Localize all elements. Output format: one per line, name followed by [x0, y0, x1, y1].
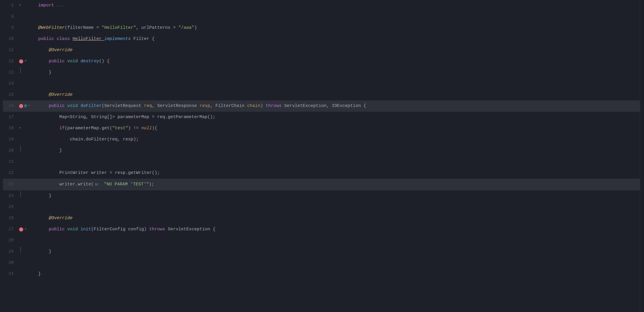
fold-icon[interactable] [19, 246, 22, 257]
token: , [210, 100, 215, 112]
line-icons-1 [19, 0, 37, 11]
gutter-1: 1 [3, 0, 38, 11]
line-icons-17 [19, 112, 37, 123]
code-content-15: @Override [38, 89, 640, 100]
token: void [67, 224, 80, 235]
line-number-14: 14 [3, 78, 19, 89]
gutter-31: 31 [3, 269, 38, 280]
token: ){ [152, 123, 157, 134]
token: (FilterConfig config) [91, 224, 149, 235]
token: throws [266, 100, 284, 112]
gutter-12: 12 [3, 56, 38, 67]
code-line-14: 14 [3, 78, 640, 89]
token [38, 224, 49, 235]
line-number-9: 9 [3, 22, 19, 33]
line-icons-21 [19, 156, 37, 167]
gutter-20: 20 [3, 145, 38, 156]
line-icons-10 [19, 33, 37, 45]
code-line-20: 20 } [3, 145, 640, 156]
code-content-23: writer.write(s: "NO PARAM 'TEST'"); [38, 179, 640, 190]
token: void [67, 56, 80, 67]
token: public [49, 56, 67, 67]
code-content-10: public class HelloFilter implements Filt… [38, 33, 640, 45]
gutter-11: 11 [3, 45, 38, 56]
line-number-16: 16 [3, 100, 19, 112]
code-line-21: 21 [3, 156, 640, 167]
token: { [152, 33, 155, 45]
breakpoint-icon[interactable] [19, 59, 23, 63]
token: (filterName = [65, 22, 102, 33]
token: public [49, 100, 67, 112]
code-line-16: 16@ public void doFilter(ServletRequest … [3, 100, 640, 112]
code-content-12: public void destroy() { [38, 56, 640, 67]
token: } [38, 67, 51, 78]
code-content-16: public void doFilter(ServletRequest req,… [38, 100, 640, 112]
fold-icon[interactable] [19, 190, 22, 202]
token: } [38, 269, 41, 280]
token: doFilter [80, 100, 102, 112]
token: ) != [128, 123, 141, 134]
fold-icon[interactable] [19, 0, 22, 11]
code-line-28: 28 [3, 235, 640, 246]
token: ServletException, IOException { [284, 100, 366, 112]
token: Map<String, String[]> parameterMap = req… [38, 112, 215, 123]
token: @WebFilter [38, 22, 65, 33]
code-line-25: 25 [3, 202, 640, 213]
scrollbar[interactable] [640, 0, 644, 312]
code-line-11: 11 @Override [3, 45, 640, 56]
svg-marker-7 [25, 228, 27, 230]
line-number-25: 25 [3, 202, 19, 213]
line-number-26: 26 [3, 213, 19, 224]
code-content-1: import ... [38, 0, 640, 11]
token: "test" [112, 123, 128, 134]
token: ServletRequest [104, 100, 144, 112]
gutter-13: 13 [3, 67, 38, 78]
token: () { [99, 56, 110, 67]
fold-icon[interactable] [28, 100, 31, 112]
gutter-17: 17 [3, 112, 38, 123]
line-icons-27 [19, 224, 37, 235]
breakpoint-icon[interactable] [19, 104, 23, 108]
line-number-19: 19 [3, 134, 19, 145]
fold-icon[interactable] [19, 123, 22, 134]
token: ) [260, 100, 266, 112]
svg-marker-0 [20, 4, 21, 6]
token: , [152, 100, 157, 112]
code-line-17: 17 Map<String, String[]> parameterMap = … [3, 112, 640, 123]
gutter-29: 29 [3, 246, 38, 257]
code-line-29: 29 } [3, 246, 640, 257]
fold-icon[interactable] [19, 67, 22, 78]
code-content-9: @WebFilter(filterName = "HelloFilter", u… [38, 22, 640, 33]
token: class [57, 33, 73, 45]
token: } [38, 190, 51, 202]
fold-icon[interactable] [19, 145, 22, 156]
line-number-22: 22 [3, 167, 19, 179]
token: @Override [38, 213, 73, 224]
token: chain [247, 100, 260, 112]
code-line-10: 10public class HelloFilter implements Fi… [3, 33, 640, 45]
line-number-1: 1 [3, 0, 19, 11]
line-icons-12 [19, 56, 37, 67]
code-line-13: 13 } [3, 67, 640, 78]
line-number-27: 27 [3, 224, 19, 235]
fold-icon[interactable] [24, 224, 27, 235]
gutter-10: 10 [3, 33, 38, 45]
line-icons-15 [19, 89, 37, 100]
line-icons-31 [19, 269, 37, 280]
breakpoint-icon[interactable] [19, 227, 23, 232]
line-icons-18 [19, 123, 37, 134]
line-number-8: 8 [3, 11, 19, 22]
line-number-11: 11 [3, 45, 19, 56]
code-line-9: 9@WebFilter(filterName = "HelloFilter", … [3, 22, 640, 33]
token: public [38, 33, 57, 45]
line-icons-28 [19, 235, 37, 246]
code-content-24: } [38, 190, 640, 202]
line-icons-30 [19, 257, 37, 269]
code-line-8: 8 [3, 11, 640, 22]
code-content-26: @Override [38, 213, 640, 224]
line-icons-26 [19, 213, 37, 224]
gutter-14: 14 [3, 78, 38, 89]
gutter-18: 18 [3, 123, 38, 134]
gutter-19: 19 [3, 134, 38, 145]
fold-icon[interactable] [24, 56, 27, 67]
